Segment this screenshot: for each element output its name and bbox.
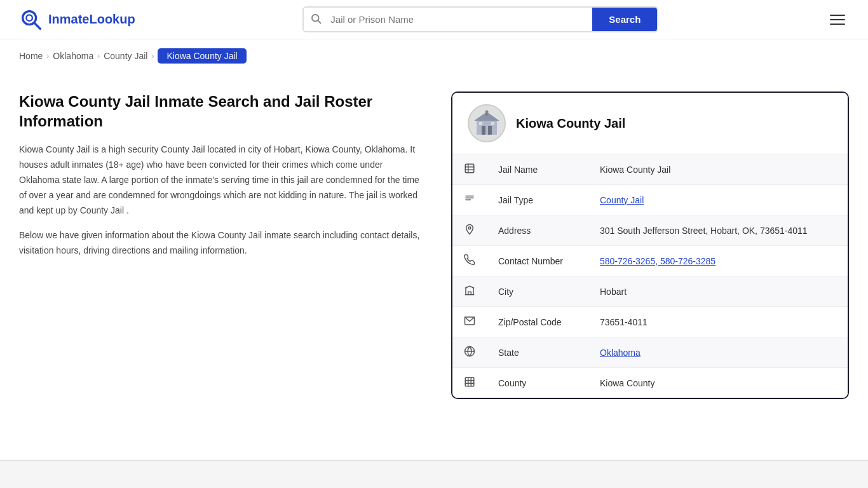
search-button[interactable]: Search bbox=[592, 8, 657, 31]
jail-type-label: Jail Type bbox=[487, 185, 588, 215]
breadcrumb-sep-2: › bbox=[97, 51, 100, 60]
city-icon bbox=[452, 276, 487, 307]
hamburger-menu[interactable] bbox=[826, 11, 849, 29]
info-card: Kiowa County Jail Jail Name Kiowa County… bbox=[451, 92, 849, 399]
svg-point-12 bbox=[485, 111, 489, 114]
table-row: Contact Number 580-726-3265, 580-726-328… bbox=[452, 246, 848, 276]
table-row: County Kiowa County bbox=[452, 368, 848, 398]
svg-rect-20 bbox=[465, 377, 474, 386]
county-value: Kiowa County bbox=[588, 368, 848, 398]
left-column: Kiowa County Jail Inmate Search and Jail… bbox=[19, 92, 426, 399]
jail-name-icon bbox=[452, 154, 487, 185]
svg-point-17 bbox=[468, 227, 471, 229]
zip-value: 73651-4011 bbox=[588, 307, 848, 337]
county-icon bbox=[452, 368, 487, 398]
jail-type-link[interactable]: County Jail bbox=[600, 195, 644, 205]
address-label: Address bbox=[487, 215, 588, 246]
breadcrumb-current: Kiowa County Jail bbox=[158, 48, 246, 64]
state-label: State bbox=[487, 337, 588, 368]
logo-text: InmateLookup bbox=[48, 12, 135, 27]
contact-value[interactable]: 580-726-3265, 580-726-3285 bbox=[588, 246, 848, 276]
page-title: Kiowa County Jail Inmate Search and Jail… bbox=[19, 92, 426, 131]
jail-avatar bbox=[468, 104, 506, 142]
page-description-1: Kiowa County Jail is a high security Cou… bbox=[19, 142, 426, 218]
logo-link[interactable]: InmateLookup bbox=[19, 8, 135, 32]
jail-name-value: Kiowa County Jail bbox=[588, 154, 848, 185]
address-icon bbox=[452, 215, 487, 246]
address-value: 301 South Jefferson Street, Hobart, OK, … bbox=[588, 215, 848, 246]
table-row: Address 301 South Jefferson Street, Hoba… bbox=[452, 215, 848, 246]
phone-link[interactable]: 580-726-3265, 580-726-3285 bbox=[600, 256, 715, 266]
state-link[interactable]: Oklahoma bbox=[600, 348, 641, 358]
svg-rect-10 bbox=[491, 122, 494, 125]
svg-line-4 bbox=[318, 20, 321, 23]
logo-icon bbox=[19, 8, 43, 32]
breadcrumb-sep-3: › bbox=[151, 51, 154, 60]
search-bar: Search bbox=[302, 6, 658, 32]
table-row: Jail Type County Jail bbox=[452, 185, 848, 215]
table-row: City Hobart bbox=[452, 276, 848, 307]
jail-type-value[interactable]: County Jail bbox=[588, 185, 848, 215]
card-title: Kiowa County Jail bbox=[516, 116, 625, 131]
search-icon bbox=[304, 13, 328, 27]
breadcrumb-sep-1: › bbox=[46, 51, 49, 60]
jail-building-icon bbox=[473, 109, 501, 137]
search-input[interactable] bbox=[328, 8, 592, 31]
info-table: Jail Name Kiowa County Jail Jail Type Co… bbox=[452, 154, 848, 398]
jail-name-label: Jail Name bbox=[487, 154, 588, 185]
jail-type-icon bbox=[452, 185, 487, 215]
zip-icon bbox=[452, 307, 487, 337]
right-column: Kiowa County Jail Jail Name Kiowa County… bbox=[451, 92, 849, 399]
table-row: Zip/Postal Code 73651-4011 bbox=[452, 307, 848, 337]
table-row: Jail Name Kiowa County Jail bbox=[452, 154, 848, 185]
breadcrumb-county-jail[interactable]: County Jail bbox=[104, 51, 147, 61]
breadcrumb: Home › Oklahoma › County Jail › Kiowa Co… bbox=[0, 39, 868, 72]
svg-rect-9 bbox=[479, 122, 482, 125]
city-value: Hobart bbox=[588, 276, 848, 307]
zip-label: Zip/Postal Code bbox=[487, 307, 588, 337]
contact-label: Contact Number bbox=[487, 246, 588, 276]
table-row: State Oklahoma bbox=[452, 337, 848, 368]
svg-point-2 bbox=[26, 15, 32, 21]
state-value[interactable]: Oklahoma bbox=[588, 337, 848, 368]
breadcrumb-home[interactable]: Home bbox=[19, 51, 43, 61]
svg-rect-7 bbox=[482, 126, 485, 135]
breadcrumb-oklahoma[interactable]: Oklahoma bbox=[53, 51, 93, 61]
main-content: Kiowa County Jail Inmate Search and Jail… bbox=[0, 72, 868, 418]
card-header: Kiowa County Jail bbox=[452, 93, 848, 154]
svg-rect-8 bbox=[488, 126, 492, 135]
header: InmateLookup Search bbox=[0, 0, 868, 39]
city-label: City bbox=[487, 276, 588, 307]
county-label: County bbox=[487, 368, 588, 398]
svg-rect-13 bbox=[465, 164, 474, 173]
phone-icon bbox=[452, 246, 487, 276]
state-icon bbox=[452, 337, 487, 368]
svg-line-1 bbox=[34, 22, 41, 29]
page-description-2: Below we have given information about th… bbox=[19, 228, 426, 259]
